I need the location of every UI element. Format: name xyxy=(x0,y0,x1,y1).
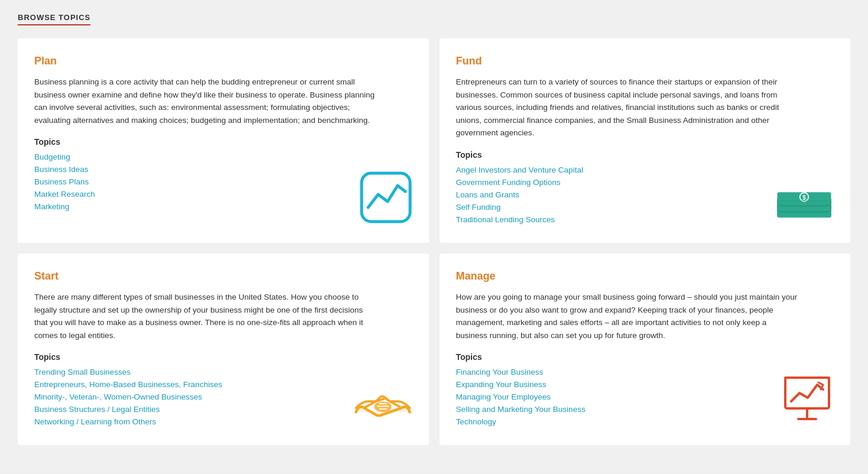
plan-card: Plan Business planning is a core activit… xyxy=(18,38,429,243)
start-topic-minority[interactable]: Minority-, Veteran-, Women-Owned Busines… xyxy=(34,392,202,401)
plan-description: Business planning is a core activity tha… xyxy=(34,76,377,126)
plan-icon xyxy=(359,171,412,226)
manage-topic-selling[interactable]: Selling and Marketing Your Business xyxy=(456,405,586,414)
plan-topic-marketing[interactable]: Marketing xyxy=(34,202,69,211)
manage-topic-expanding[interactable]: Expanding Your Business xyxy=(456,380,547,389)
plan-topic-business-plans[interactable]: Business Plans xyxy=(34,177,89,186)
manage-card: Manage How are you going to manage your … xyxy=(440,254,851,445)
manage-topics-list: Financing Your Business Expanding Your B… xyxy=(456,366,834,427)
plan-topic-business-ideas[interactable]: Business Ideas xyxy=(34,165,89,174)
start-card: Start There are many different types of … xyxy=(18,254,429,445)
topic-grid: Plan Business planning is a core activit… xyxy=(18,38,850,445)
fund-topic-government[interactable]: Government Funding Options xyxy=(456,178,561,187)
fund-card: Fund Entrepreneurs can turn to a variety… xyxy=(440,38,851,243)
manage-icon xyxy=(781,373,834,428)
start-topics-label: Topics xyxy=(34,352,412,362)
start-topic-networking[interactable]: Networking / Learning from Others xyxy=(34,417,156,426)
list-item[interactable]: Financing Your Business xyxy=(456,366,834,377)
plan-topic-market-research[interactable]: Market Research xyxy=(34,190,95,199)
svg-rect-0 xyxy=(362,173,410,222)
manage-topic-employees[interactable]: Managing Your Employees xyxy=(456,392,551,401)
fund-topics-label: Topics xyxy=(456,150,834,160)
fund-description: Entrepreneurs can turn to a variety of s… xyxy=(456,76,799,139)
plan-title: Plan xyxy=(34,55,412,67)
list-item[interactable]: Technology xyxy=(456,416,834,427)
list-item[interactable]: Business Ideas xyxy=(34,164,412,174)
list-item[interactable]: Selling and Marketing Your Business xyxy=(456,404,834,414)
fund-title: Fund xyxy=(456,55,834,67)
manage-description: How are you going to manage your small b… xyxy=(456,291,799,342)
plan-topics-list: Budgeting Business Ideas Business Plans … xyxy=(34,151,412,212)
list-item[interactable]: Budgeting xyxy=(34,151,412,162)
manage-title: Manage xyxy=(456,270,834,283)
fund-topic-angel[interactable]: Angel Investors and Venture Capital xyxy=(456,165,583,174)
list-item[interactable]: Expanding Your Business xyxy=(456,379,834,389)
manage-topic-technology[interactable]: Technology xyxy=(456,417,496,426)
start-topic-entrepreneurs[interactable]: Entrepreneurs, Home-Based Businesses, Fr… xyxy=(34,380,222,389)
list-item[interactable]: Business Plans xyxy=(34,176,412,187)
list-item[interactable]: Market Research xyxy=(34,189,412,199)
fund-topic-self[interactable]: Self Funding xyxy=(456,203,501,212)
start-title: Start xyxy=(34,270,412,283)
start-icon xyxy=(353,385,412,428)
list-item[interactable]: Trending Small Businesses xyxy=(34,366,412,377)
browse-heading: BROWSE TOPICS xyxy=(18,13,90,25)
fund-icon: $ xyxy=(775,180,834,226)
plan-topics-label: Topics xyxy=(34,137,412,147)
manage-topics-label: Topics xyxy=(456,352,834,362)
manage-topic-financing[interactable]: Financing Your Business xyxy=(456,368,544,376)
start-topic-structures[interactable]: Business Structures / Legal Entities xyxy=(34,405,160,414)
svg-rect-14 xyxy=(785,378,829,408)
list-item[interactable]: Marketing xyxy=(34,201,412,212)
fund-topic-loans[interactable]: Loans and Grants xyxy=(456,190,519,199)
list-item[interactable]: Managing Your Employees xyxy=(456,391,834,402)
fund-topic-traditional[interactable]: Traditional Lending Sources xyxy=(456,215,555,224)
start-topic-trending[interactable]: Trending Small Businesses xyxy=(34,368,131,376)
start-description: There are many different types of small … xyxy=(34,291,377,342)
svg-text:$: $ xyxy=(802,194,806,201)
plan-topic-budgeting[interactable]: Budgeting xyxy=(34,152,70,161)
list-item[interactable]: Angel Investors and Venture Capital xyxy=(456,164,834,175)
